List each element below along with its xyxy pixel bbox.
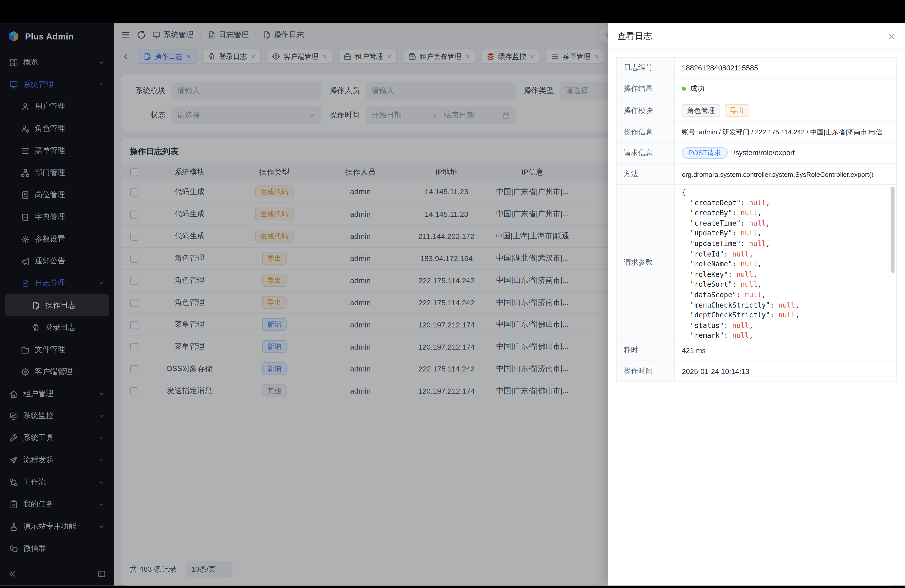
detail-row: 请求信息POST请求/system/role/export [616,143,897,164]
field-value-cell: org.dromara.system.controller.system.Sys… [675,164,897,184]
module-tag: 导出 [725,104,749,117]
detail-row: 方法org.dromara.system.controller.system.S… [616,164,897,184]
field-value: 成功 [690,84,705,92]
field-label: 请求信息 [616,143,675,164]
field-label: 请求参数 [616,184,675,340]
field-value-cell: 角色管理导出 [675,99,897,122]
drawer-title: 查看日志 [618,31,653,42]
field-label: 耗时 [616,340,675,361]
field-value-cell: 账号: admin / 研发部门 / 222.175.114.242 / 中国|… [675,122,897,143]
field-label: 操作结果 [616,78,675,99]
field-value-cell: 1882612840802115585 [675,57,897,78]
drawer-header: 查看日志 [608,23,905,50]
detail-row: 日志编号1882612840802115585 [616,57,897,78]
log-detail-table: 日志编号1882612840802115585操作结果成功操作模块角色管理导出操… [616,57,897,382]
field-value-cell: POST请求/system/role/export [675,143,897,164]
field-value-cell: 421 ms [675,340,897,361]
field-value: 账号: admin / 研发部门 / 222.175.114.242 / 中国|… [682,129,882,135]
field-value: 2025-01-24 10:14:13 [682,367,749,375]
detail-row: 操作结果成功 [616,78,897,99]
field-label: 方法 [616,164,675,184]
module-tag: 角色管理 [682,104,720,117]
field-label: 日志编号 [616,57,675,78]
screen: Plus Admin 概览系统管理用户管理角色管理菜单管理部门管理岗位管理字典管… [0,0,905,588]
request-params-json: { "createDept": null, "createBy": null, … [675,185,896,340]
detail-row: 操作信息账号: admin / 研发部门 / 222.175.114.242 /… [616,122,897,143]
field-value: 1882612840802115585 [682,64,758,72]
detail-row: 耗时421 ms [616,340,897,361]
detail-row: 操作模块角色管理导出 [616,99,897,122]
field-label: 操作信息 [616,122,675,143]
scrollbar-thumb[interactable] [891,187,895,273]
field-value-cell: 2025-01-24 10:14:13 [675,361,897,382]
drawer-body: 日志编号1882612840802115585操作结果成功操作模块角色管理导出操… [608,50,905,586]
request-path: /system/role/export [733,149,795,157]
status-dot [682,87,686,91]
field-value-cell: 成功 [675,78,897,99]
field-label: 操作模块 [616,99,675,122]
app-window: Plus Admin 概览系统管理用户管理角色管理菜单管理部门管理岗位管理字典管… [0,23,905,585]
http-method-tag: POST请求 [682,147,727,159]
log-detail-drawer: 查看日志 日志编号1882612840802115585操作结果成功操作模块角色… [608,23,905,585]
field-label: 操作时间 [616,361,675,382]
scrollbar [891,187,895,338]
detail-row: 操作时间2025-01-24 10:14:13 [616,361,897,382]
field-value: 421 ms [682,346,706,354]
drawer-close-icon[interactable] [888,32,896,40]
field-value: org.dromara.system.controller.system.Sys… [682,171,873,178]
detail-row: 请求参数{ "createDept": null, "createBy": nu… [616,184,897,340]
